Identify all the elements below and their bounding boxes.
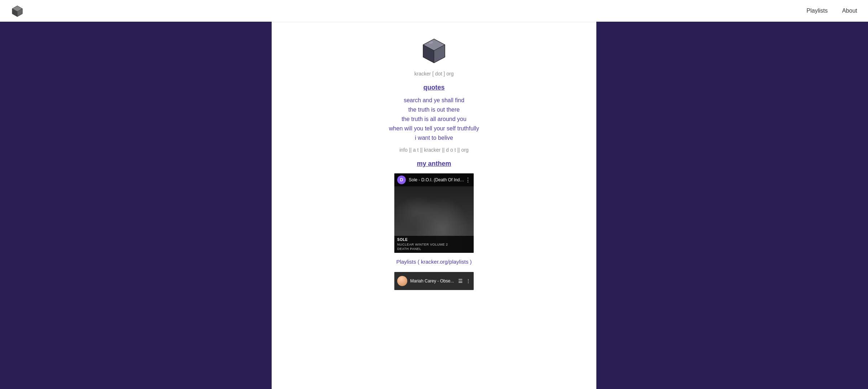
yt-avatar-1: D (397, 176, 406, 184)
youtube-video-2[interactable]: Mariah Carey - Obse... ☰ ⋮ (394, 272, 474, 290)
nav-playlists-link[interactable]: Playlists (807, 8, 828, 14)
quote-line-1: search and ye shall find (404, 97, 464, 104)
quote-line-2: the truth is out there (408, 107, 460, 113)
playlists-link[interactable]: Playlists ( kracker.org/playlists ) (396, 259, 472, 265)
yt-icons-2: ☰ ⋮ (458, 278, 471, 284)
navbar-logo[interactable] (11, 4, 24, 17)
yt-avatar-2 (397, 276, 407, 286)
yt-more-icon-2[interactable]: ⋮ (466, 278, 471, 284)
email-line: info || a t || kracker || d o t || org (399, 147, 469, 153)
quote-line-5: i want to belive (415, 135, 453, 141)
quote-line-3: the truth is all around you (402, 116, 466, 122)
yt-list-icon-2[interactable]: ☰ (458, 278, 463, 284)
youtube-video-1[interactable]: D Sole - D.O.I. (Death Of Indu... ⋮ SOLE… (394, 173, 474, 253)
yt-avatar2-img (397, 276, 407, 286)
yt-title-2: Mariah Carey - Obse... (410, 278, 458, 284)
navbar: Playlists About (0, 0, 868, 22)
site-subtitle: kracker [ dot ] org (415, 71, 454, 77)
yt-bottom-bar-1: SOLE NUCLEAR WINTER VOLUME 2 DEATH PANEL (394, 236, 474, 253)
quotes-link[interactable]: quotes (423, 84, 444, 91)
navbar-cube-icon (11, 4, 24, 17)
page-wrapper: kracker [ dot ] org quotes search and ye… (0, 22, 868, 389)
quote-line-4: when will you tell your self truthfully (389, 125, 479, 132)
yt-title-1: Sole - D.O.I. (Death Of Indu... (409, 177, 465, 182)
yt-bottom-text-1: SOLE NUCLEAR WINTER VOLUME 2 DEATH PANEL (397, 237, 471, 251)
anthem-link[interactable]: my anthem (417, 160, 451, 168)
nav-about-link[interactable]: About (842, 8, 857, 14)
main-cube-container (420, 36, 448, 66)
navbar-links: Playlists About (807, 8, 858, 14)
yt-header-2: Mariah Carey - Obse... ☰ ⋮ (394, 272, 474, 290)
main-content: kracker [ dot ] org quotes search and ye… (272, 22, 596, 389)
main-cube-icon (420, 36, 448, 65)
yt-header-1: D Sole - D.O.I. (Death Of Indu... ⋮ (394, 173, 474, 186)
yt-more-icon-1[interactable]: ⋮ (465, 177, 471, 183)
